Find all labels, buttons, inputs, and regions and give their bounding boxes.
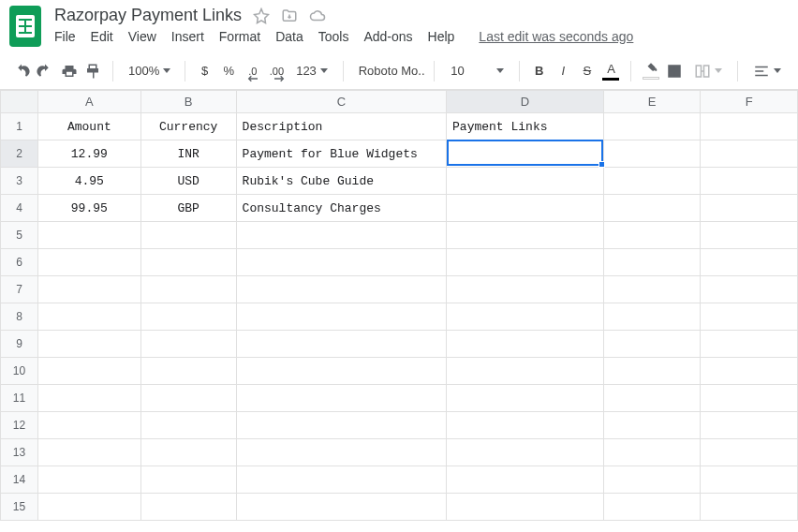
menu-file[interactable]: File: [54, 29, 76, 44]
cell-D12[interactable]: [447, 412, 604, 439]
row-header-6[interactable]: 6: [1, 249, 38, 276]
cell-D2[interactable]: [447, 140, 604, 168]
menu-format[interactable]: Format: [219, 29, 260, 44]
cell-B8[interactable]: [140, 303, 236, 331]
cell-A7[interactable]: [37, 276, 140, 303]
decrease-decimal-button[interactable]: .0: [243, 59, 263, 83]
format-as-percent-button[interactable]: %: [218, 59, 239, 83]
cell-A11[interactable]: [37, 385, 140, 412]
row-header-14[interactable]: 14: [1, 466, 38, 494]
row-header-13[interactable]: 13: [1, 439, 38, 466]
spreadsheet[interactable]: A B C D E F 1 Amount Currency Descriptio…: [0, 90, 798, 521]
cell-C6[interactable]: [236, 249, 446, 276]
menu-data[interactable]: Data: [275, 29, 303, 44]
cell-D15[interactable]: [447, 494, 604, 521]
cell-D5[interactable]: [447, 222, 604, 249]
cell-D8[interactable]: [447, 303, 604, 331]
move-to-folder-icon[interactable]: [281, 7, 298, 24]
cell-A12[interactable]: [37, 412, 140, 439]
cell-F12[interactable]: [701, 412, 798, 439]
cell-B3[interactable]: USD: [140, 168, 236, 195]
bold-button[interactable]: B: [529, 59, 550, 83]
cell-B2[interactable]: INR: [140, 140, 236, 168]
row-header-1[interactable]: 1: [1, 113, 38, 140]
column-header-B[interactable]: B: [140, 91, 236, 113]
cell-D7[interactable]: [447, 276, 604, 303]
cell-D11[interactable]: [447, 385, 604, 412]
zoom-dropdown[interactable]: 100%: [123, 59, 175, 83]
cell-F11[interactable]: [701, 385, 798, 412]
cell-F5[interactable]: [701, 222, 798, 249]
borders-button[interactable]: [665, 59, 686, 83]
cell-D14[interactable]: [447, 466, 604, 494]
menu-insert[interactable]: Insert: [171, 29, 204, 44]
row-header-11[interactable]: 11: [1, 385, 38, 412]
font-size-dropdown[interactable]: 10: [444, 59, 510, 83]
cell-B1[interactable]: Currency: [140, 113, 236, 140]
column-header-F[interactable]: F: [701, 91, 798, 113]
cell-B7[interactable]: [140, 276, 236, 303]
cell-E3[interactable]: [603, 168, 701, 195]
merge-cells-dropdown[interactable]: [688, 59, 728, 83]
cell-E13[interactable]: [603, 439, 701, 466]
row-header-9[interactable]: 9: [1, 331, 38, 358]
cell-B11[interactable]: [140, 385, 236, 412]
cell-C5[interactable]: [236, 222, 446, 249]
cell-B10[interactable]: [140, 358, 236, 385]
row-header-10[interactable]: 10: [1, 358, 38, 385]
cloud-status-icon[interactable]: [309, 7, 326, 24]
document-title[interactable]: Razorpay Payment Links: [54, 6, 242, 25]
menu-addons[interactable]: Add-ons: [363, 29, 412, 44]
cell-D9[interactable]: [447, 331, 604, 358]
cell-B13[interactable]: [140, 439, 236, 466]
cell-C10[interactable]: [236, 358, 446, 385]
font-family-dropdown[interactable]: Roboto Mo...: [353, 59, 425, 83]
cell-C14[interactable]: [236, 466, 446, 494]
cell-B6[interactable]: [140, 249, 236, 276]
italic-button[interactable]: I: [554, 59, 574, 83]
cell-E6[interactable]: [603, 249, 701, 276]
cell-D3[interactable]: [447, 168, 604, 195]
cell-D10[interactable]: [447, 358, 604, 385]
cell-F8[interactable]: [701, 303, 798, 331]
cell-B9[interactable]: [140, 331, 236, 358]
cell-E4[interactable]: [603, 195, 701, 222]
row-header-5[interactable]: 5: [1, 222, 38, 249]
cell-C9[interactable]: [236, 331, 446, 358]
cell-A8[interactable]: [37, 303, 140, 331]
cell-B5[interactable]: [140, 222, 236, 249]
cell-A3[interactable]: 4.95: [37, 168, 140, 195]
increase-decimal-button[interactable]: .00: [267, 59, 288, 83]
cell-F15[interactable]: [701, 494, 798, 521]
number-format-dropdown[interactable]: 123: [290, 59, 333, 83]
cell-F7[interactable]: [701, 276, 798, 303]
cell-D1[interactable]: Payment Links: [447, 113, 604, 140]
row-header-15[interactable]: 15: [1, 494, 38, 521]
last-edit-link[interactable]: Last edit was seconds ago: [479, 29, 633, 44]
cell-B12[interactable]: [140, 412, 236, 439]
row-header-2[interactable]: 2: [1, 140, 38, 168]
select-all-cell[interactable]: [1, 91, 38, 113]
redo-button[interactable]: [36, 59, 56, 83]
cell-C15[interactable]: [236, 494, 446, 521]
cell-F13[interactable]: [701, 439, 798, 466]
row-header-3[interactable]: 3: [1, 168, 38, 195]
cell-C12[interactable]: [236, 412, 446, 439]
cell-C3[interactable]: Rubik's Cube Guide: [236, 168, 446, 195]
horizontal-align-dropdown[interactable]: [747, 59, 787, 83]
cell-A10[interactable]: [37, 358, 140, 385]
cell-C4[interactable]: Consultancy Charges: [236, 195, 446, 222]
star-icon[interactable]: [253, 7, 270, 24]
cell-E10[interactable]: [603, 358, 701, 385]
cell-E7[interactable]: [603, 276, 701, 303]
cell-E5[interactable]: [603, 222, 701, 249]
cell-C13[interactable]: [236, 439, 446, 466]
cell-A6[interactable]: [37, 249, 140, 276]
cell-B4[interactable]: GBP: [140, 195, 236, 222]
column-header-E[interactable]: E: [603, 91, 701, 113]
cell-F10[interactable]: [701, 358, 798, 385]
cell-E8[interactable]: [603, 303, 701, 331]
row-header-12[interactable]: 12: [1, 412, 38, 439]
cell-F4[interactable]: [701, 195, 798, 222]
cell-A5[interactable]: [37, 222, 140, 249]
